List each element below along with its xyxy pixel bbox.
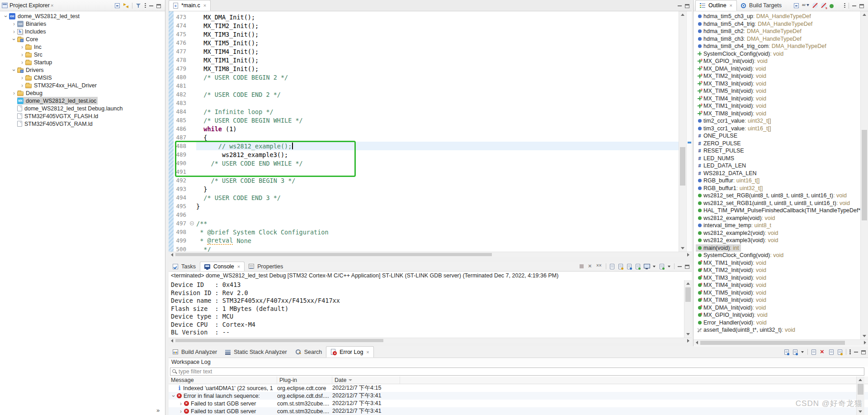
outline-item[interactable]: sMX_TIM1_Init(void) : void bbox=[693, 102, 861, 110]
code-line[interactable]: 496 bbox=[174, 210, 679, 219]
tree-item-includes[interactable]: ›hIncludes bbox=[0, 28, 165, 35]
dropdown-arrow-icon[interactable] bbox=[801, 349, 804, 355]
tab-search[interactable]: Search bbox=[291, 346, 326, 358]
outline-item[interactable]: main(void) : int bbox=[693, 244, 861, 252]
tab-build-analyzer[interactable]: Build Analyzer bbox=[169, 346, 221, 358]
code-line[interactable]: 495} bbox=[174, 202, 679, 210]
chevron-expanded-icon[interactable]: › bbox=[170, 393, 177, 399]
tree-item-binaries[interactable]: ›010Binaries bbox=[0, 20, 165, 28]
hide-static-icon[interactable] bbox=[821, 3, 826, 8]
maximize-icon[interactable] bbox=[861, 350, 866, 354]
outline-item[interactable]: assert_failed(uint8_t*, uint32_t) : void bbox=[693, 326, 861, 334]
code-line[interactable]: 484 /* Infinite loop */ bbox=[174, 107, 679, 116]
code-line[interactable]: 494 /* USER CODE END 3 */ bbox=[174, 193, 679, 202]
outline-item[interactable]: sMX_TIM2_Init(void) : void bbox=[693, 267, 861, 274]
terminate-icon[interactable] bbox=[579, 263, 585, 269]
code-line[interactable]: 476 MX_TIM5_Init(); bbox=[174, 38, 679, 47]
tree-item-dome-ws2812-led-test[interactable]: ›IDEdome_WS2812_led_test bbox=[0, 12, 165, 20]
outline-item[interactable]: sMX_DMA_Init(void) : void bbox=[693, 65, 861, 73]
minimize-icon[interactable] bbox=[678, 263, 682, 269]
filter-box[interactable] bbox=[170, 367, 864, 376]
code-line[interactable]: 485 /* USER CODE BEGIN WHILE */ bbox=[174, 116, 679, 124]
maximize-icon[interactable] bbox=[685, 265, 689, 269]
close-icon[interactable]: × bbox=[730, 3, 732, 8]
tree-item-stm32f4xx-hal-driver[interactable]: ›STM32F4xx_HAL_Driver bbox=[0, 81, 165, 89]
fold-collapse-icon[interactable]: − bbox=[190, 221, 194, 225]
console-horizontal-scrollbar[interactable] bbox=[169, 338, 692, 343]
tree-item-core[interactable]: ›Core bbox=[0, 35, 165, 43]
chevron-collapsed-icon[interactable]: › bbox=[19, 82, 25, 89]
open-console-icon[interactable] bbox=[660, 264, 664, 269]
tree-item-startup[interactable]: ›Startup bbox=[0, 58, 165, 66]
overview-ruler[interactable] bbox=[686, 11, 692, 252]
outline-item[interactable]: ws2812_example(void) : void bbox=[693, 215, 861, 222]
code-line[interactable]: 489 ws2812_example3(); bbox=[174, 150, 679, 159]
export-log-icon[interactable] bbox=[784, 349, 789, 355]
console-output[interactable]: Device ID : 0x413 Revision ID : Rev 2.0 … bbox=[169, 280, 692, 338]
display-console-icon[interactable] bbox=[644, 263, 650, 269]
code-line[interactable]: 481 bbox=[174, 81, 679, 90]
tree-item-dome-ws2812-led-test-ioc[interactable]: MXdome_WS2812_led_test.ioc bbox=[0, 97, 165, 105]
outline-item[interactable]: interval_time_temp : uint8_t bbox=[693, 222, 861, 229]
code-line[interactable]: 492 /* USER CODE BEGIN 3 */ bbox=[174, 176, 679, 185]
outline-item[interactable]: hdma_tim5_ch4_trig : DMA_HandleTypeDef bbox=[693, 20, 861, 28]
outline-item[interactable]: tim3_ccr1_value : uint16_t[] bbox=[693, 125, 861, 133]
tab-outline[interactable]: Outline× bbox=[695, 0, 737, 11]
code-line[interactable]: 477 MX_TIM4_Init(); bbox=[174, 47, 679, 56]
dropdown-arrow-icon[interactable] bbox=[653, 263, 656, 269]
outline-item[interactable]: #LED_DATA_LEN bbox=[693, 162, 861, 170]
outline-item[interactable]: #LED_NUMS bbox=[693, 155, 861, 162]
clear-log-icon[interactable] bbox=[811, 349, 816, 355]
log-row[interactable]: ›×Failed to start GDB servercom.st.stm32… bbox=[169, 407, 868, 415]
minimize-icon[interactable] bbox=[854, 349, 858, 355]
chevron-collapsed-icon[interactable]: › bbox=[11, 29, 17, 35]
link-with-editor-icon[interactable] bbox=[123, 3, 129, 9]
tab-error-log[interactable]: ×Error Log× bbox=[326, 346, 374, 358]
tree-item-dome-ws2812-led-test-debug-launch[interactable]: dome_WS2812_led_test Debug.launch bbox=[0, 105, 165, 112]
chevron-expanded-icon[interactable]: › bbox=[11, 36, 17, 43]
table-vertical-scrollbar[interactable] bbox=[856, 377, 864, 415]
outline-item[interactable]: sMX_TIM4_Init(void) : void bbox=[693, 95, 861, 103]
outline-item[interactable]: #ZERO_PULSE bbox=[693, 140, 861, 148]
code-line[interactable]: 498 * @brief System Clock Configuration bbox=[174, 228, 679, 236]
chevron-expanded-icon[interactable]: › bbox=[11, 67, 17, 73]
view-menu-icon[interactable] bbox=[844, 3, 845, 9]
outline-item[interactable]: RGB_buffur : uint16_t[] bbox=[693, 177, 861, 185]
chevron-collapsed-icon[interactable]: › bbox=[19, 52, 25, 58]
outline-item[interactable]: sMX_GPIO_Init(void) : void bbox=[693, 311, 861, 319]
outline-horizontal-scrollbar[interactable] bbox=[693, 339, 868, 346]
outline-item[interactable]: Error_Handler(void) : void bbox=[693, 319, 861, 327]
close-icon[interactable]: × bbox=[237, 264, 240, 269]
log-row[interactable]: ›×Failed to start GDB servercom.st.stm32… bbox=[169, 400, 868, 407]
chevron-collapsed-icon[interactable]: › bbox=[19, 59, 25, 66]
minimize-icon[interactable] bbox=[149, 3, 153, 9]
column-plugin[interactable]: Plug-in bbox=[277, 377, 332, 384]
minimize-icon[interactable] bbox=[678, 3, 682, 9]
tree-item-src[interactable]: ›Src bbox=[0, 51, 165, 58]
minimize-icon[interactable] bbox=[852, 3, 856, 9]
filter-icon[interactable] bbox=[136, 3, 142, 9]
code-line[interactable]: 482 /* USER CODE END 2 */ bbox=[174, 90, 679, 99]
code-line[interactable]: 497−/** bbox=[174, 219, 679, 228]
tree-item-drivers[interactable]: ›Drivers bbox=[0, 66, 165, 74]
code-line[interactable]: 478 MX_TIM1_Init(); bbox=[174, 56, 679, 64]
outline-item[interactable]: hdma_tim8_ch3 : DMA_HandleTypeDef bbox=[693, 35, 861, 43]
dropdown-arrow-icon[interactable] bbox=[668, 263, 671, 269]
filter-input[interactable] bbox=[179, 368, 864, 375]
outline-item[interactable]: sMX_GPIO_Init(void) : void bbox=[693, 57, 861, 65]
outline-item[interactable]: ws2812_set_RGB(uint8_t, uint8_t, uint8_t… bbox=[693, 192, 861, 200]
outline-item[interactable]: ws2812_example2(void) : void bbox=[693, 229, 861, 237]
tab-console[interactable]: Console× bbox=[200, 262, 245, 271]
code-line[interactable]: 474 MX_TIM2_Init(); bbox=[174, 21, 679, 30]
tree-item-inc[interactable]: ›Inc bbox=[0, 43, 165, 51]
outline-item[interactable]: hdma_tim5_ch3_up : DMA_HandleTypeDef bbox=[693, 13, 861, 20]
outline-item[interactable]: sMX_TIM3_Init(void) : void bbox=[693, 274, 861, 282]
chevron-collapsed-icon[interactable]: › bbox=[178, 408, 184, 415]
editor-vertical-scrollbar[interactable] bbox=[679, 11, 686, 252]
hide-inactive-icon[interactable] bbox=[837, 3, 841, 9]
chevron-collapsed-icon[interactable]: › bbox=[178, 401, 184, 407]
outline-item[interactable]: sMX_TIM1_Init(void) : void bbox=[693, 259, 861, 267]
log-row[interactable]: ›×Error in final launch sequence:org.ecl… bbox=[169, 392, 868, 400]
outline-item[interactable]: hdma_tim8_ch4_trig_com : DMA_HandleTypeD… bbox=[693, 43, 861, 50]
code-line[interactable]: 488 // ws2812_example(); bbox=[174, 142, 679, 150]
